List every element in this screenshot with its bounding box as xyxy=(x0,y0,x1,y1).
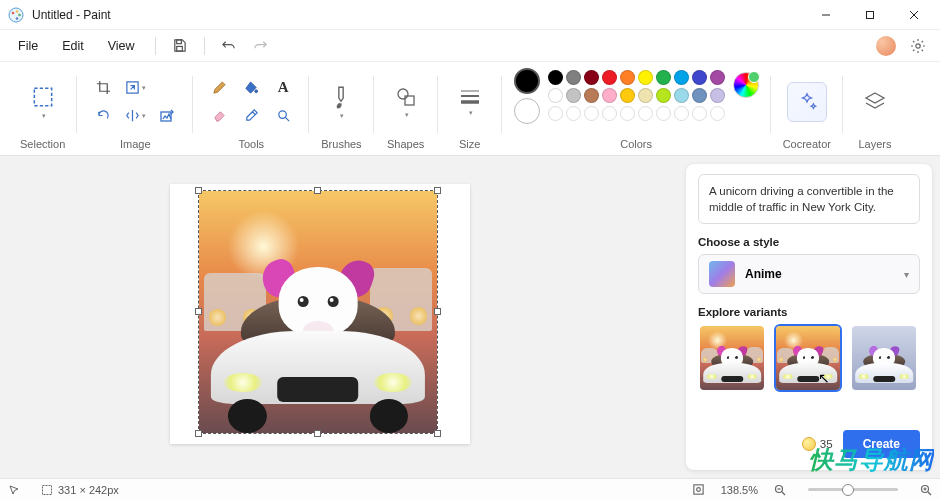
maximize-button[interactable] xyxy=(848,0,892,30)
color-swatch[interactable] xyxy=(674,88,689,103)
svg-point-3 xyxy=(18,13,21,16)
resize-handle[interactable] xyxy=(195,430,202,437)
rotate-icon[interactable] xyxy=(89,103,117,129)
settings-icon[interactable] xyxy=(904,33,932,59)
variant-1[interactable] xyxy=(698,324,766,392)
resize-icon[interactable]: ▾ xyxy=(121,75,149,101)
zoom-to-fit-icon[interactable] xyxy=(692,483,705,496)
svg-point-16 xyxy=(279,111,287,119)
color-swatch[interactable] xyxy=(584,88,599,103)
group-brushes: ▾ Brushes xyxy=(309,68,373,155)
undo-icon[interactable] xyxy=(215,33,243,59)
color-swatch[interactable] xyxy=(602,70,617,85)
style-select[interactable]: Anime ▾ xyxy=(698,254,920,294)
color-swatch[interactable] xyxy=(638,70,653,85)
resize-handle[interactable] xyxy=(434,430,441,437)
color-swatch[interactable] xyxy=(710,70,725,85)
selection-marquee[interactable] xyxy=(198,190,438,434)
zoom-slider[interactable] xyxy=(808,488,898,491)
ribbon: ▾ Selection ▾ ▾ Image xyxy=(0,62,940,156)
svg-point-15 xyxy=(255,90,258,93)
color-swatch-empty[interactable] xyxy=(602,106,617,121)
shapes-button[interactable]: ▾ xyxy=(386,78,426,126)
brushes-button[interactable]: ▾ xyxy=(321,78,361,126)
color-swatch[interactable] xyxy=(656,88,671,103)
cocreator-button[interactable] xyxy=(787,82,827,122)
layers-label: Layers xyxy=(858,135,891,155)
resize-handle[interactable] xyxy=(195,187,202,194)
cocreator-label: Cocreator xyxy=(783,135,831,155)
color-swatch[interactable] xyxy=(692,70,707,85)
color-swatch-empty[interactable] xyxy=(674,106,689,121)
save-icon[interactable] xyxy=(166,33,194,59)
edit-colors-icon[interactable] xyxy=(733,72,759,98)
pencil-icon[interactable] xyxy=(205,75,233,101)
svg-line-27 xyxy=(782,492,785,495)
color-swatch[interactable] xyxy=(602,88,617,103)
close-button[interactable] xyxy=(892,0,936,30)
canvas[interactable] xyxy=(170,184,470,444)
resize-handle[interactable] xyxy=(434,308,441,315)
redo-icon[interactable] xyxy=(247,33,275,59)
svg-point-17 xyxy=(398,89,408,99)
svg-point-2 xyxy=(16,10,19,13)
zoom-out-icon[interactable] xyxy=(774,484,786,496)
select-tool[interactable]: ▾ xyxy=(23,78,63,126)
variant-2[interactable]: ↖ xyxy=(774,324,842,392)
create-button[interactable]: Create xyxy=(843,430,920,458)
canvas-area[interactable] xyxy=(0,156,686,478)
color-swatch[interactable] xyxy=(638,88,653,103)
menu-view[interactable]: View xyxy=(98,35,145,57)
resize-handle[interactable] xyxy=(314,187,321,194)
color-swatch[interactable] xyxy=(548,70,563,85)
size-button[interactable]: ▾ xyxy=(450,78,490,126)
color-swatch-empty[interactable] xyxy=(548,106,563,121)
color-swatch-empty[interactable] xyxy=(710,106,725,121)
magnifier-icon[interactable] xyxy=(269,103,297,129)
color-swatch[interactable] xyxy=(548,88,563,103)
fill-icon[interactable] xyxy=(237,75,265,101)
group-size: ▾ Size xyxy=(438,68,502,155)
svg-line-31 xyxy=(928,492,931,495)
color-swatch[interactable] xyxy=(620,88,635,103)
color-swatch[interactable] xyxy=(620,70,635,85)
generated-image xyxy=(199,191,437,433)
credits-counter: 35 xyxy=(802,437,833,451)
color-primary[interactable] xyxy=(514,68,540,94)
color-swatch[interactable] xyxy=(566,70,581,85)
color-swatch[interactable] xyxy=(566,88,581,103)
color-swatch-empty[interactable] xyxy=(584,106,599,121)
color-swatch-empty[interactable] xyxy=(620,106,635,121)
color-swatch-empty[interactable] xyxy=(638,106,653,121)
crop-icon[interactable] xyxy=(89,75,117,101)
zoom-in-icon[interactable] xyxy=(920,484,932,496)
flip-icon[interactable]: ▾ xyxy=(121,103,149,129)
color-swatch[interactable] xyxy=(710,88,725,103)
eyedropper-icon[interactable] xyxy=(237,103,265,129)
text-icon[interactable]: A xyxy=(269,75,297,101)
minimize-button[interactable] xyxy=(804,0,848,30)
menu-file[interactable]: File xyxy=(8,35,48,57)
svg-point-11 xyxy=(916,43,920,47)
color-swatch[interactable] xyxy=(674,70,689,85)
color-swatch-empty[interactable] xyxy=(692,106,707,121)
layers-button[interactable] xyxy=(855,78,895,126)
color-swatch[interactable] xyxy=(692,88,707,103)
image-export-icon[interactable] xyxy=(153,103,181,129)
variant-3[interactable] xyxy=(850,324,918,392)
color-secondary[interactable] xyxy=(514,98,540,124)
color-swatch[interactable] xyxy=(584,70,599,85)
svg-rect-6 xyxy=(867,11,874,18)
menu-edit[interactable]: Edit xyxy=(52,35,94,57)
resize-handle[interactable] xyxy=(195,308,202,315)
resize-handle[interactable] xyxy=(314,430,321,437)
color-swatch[interactable] xyxy=(656,70,671,85)
prompt-input[interactable]: A unicorn driving a convertible in the m… xyxy=(698,174,920,224)
resize-handle[interactable] xyxy=(434,187,441,194)
colors-label: Colors xyxy=(620,135,652,155)
user-avatar[interactable] xyxy=(876,36,896,56)
color-swatch-empty[interactable] xyxy=(656,106,671,121)
eraser-icon[interactable] xyxy=(205,103,233,129)
svg-point-24 xyxy=(696,488,700,492)
color-swatch-empty[interactable] xyxy=(566,106,581,121)
